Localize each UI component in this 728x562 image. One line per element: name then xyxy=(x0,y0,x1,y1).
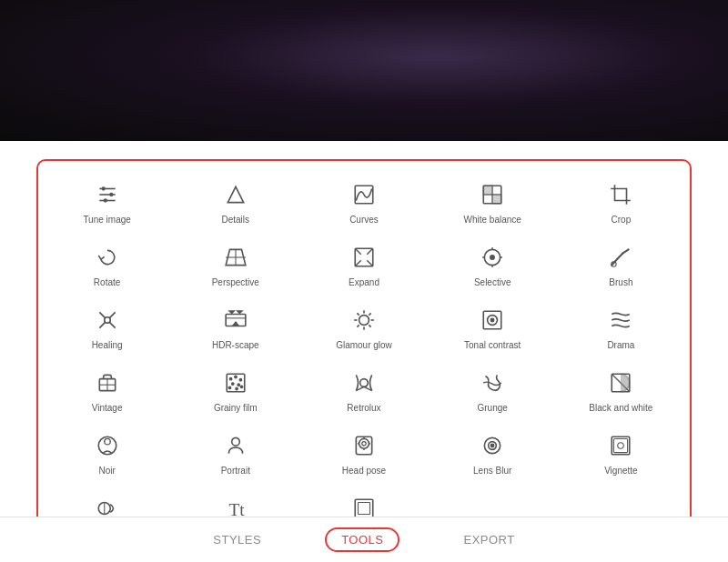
white-balance-icon xyxy=(477,179,508,210)
svg-point-56 xyxy=(359,438,369,448)
healing-icon xyxy=(92,305,123,336)
tools-panel: Tune imageDetailsCurvesWhite balanceCrop… xyxy=(0,141,728,517)
svg-rect-73 xyxy=(358,503,369,515)
drama-icon xyxy=(605,305,636,336)
selective-icon xyxy=(477,242,508,273)
svg-line-32 xyxy=(357,313,359,315)
svg-line-34 xyxy=(369,313,370,315)
svg-point-38 xyxy=(491,318,494,321)
svg-point-49 xyxy=(236,387,238,389)
tool-glamour-glow[interactable]: Glamour glow xyxy=(299,296,428,358)
svg-point-22 xyxy=(104,317,110,324)
tool-white-balance[interactable]: White balance xyxy=(429,170,557,233)
tool-selective[interactable]: Selective xyxy=(429,233,557,296)
image-preview xyxy=(0,0,728,141)
tool-details[interactable]: Details xyxy=(171,170,299,233)
tool-drama[interactable]: Drama xyxy=(557,296,685,358)
retrolux-icon xyxy=(349,367,379,398)
svg-point-50 xyxy=(240,386,242,387)
svg-marker-6 xyxy=(228,186,243,202)
svg-point-3 xyxy=(101,186,105,190)
tool-portrait[interactable]: Portrait xyxy=(171,421,299,484)
svg-rect-66 xyxy=(612,437,631,455)
tool-expand[interactable]: Expand xyxy=(299,233,428,296)
head-pose-icon xyxy=(349,430,379,461)
svg-point-27 xyxy=(359,316,369,326)
lens-blur-label: Lens Blur xyxy=(473,465,511,477)
tonal-contrast-icon xyxy=(477,305,508,336)
tool-healing[interactable]: Healing xyxy=(43,296,171,358)
tool-double-exposure[interactable]: Double Exposure xyxy=(43,484,171,517)
svg-marker-24 xyxy=(231,321,239,326)
details-label: Details xyxy=(222,214,250,226)
glamour-glow-icon xyxy=(349,305,379,336)
grainy-film-label: Grainy film xyxy=(214,402,258,414)
white-balance-label: White balance xyxy=(464,214,521,226)
svg-text:Tt: Tt xyxy=(228,500,245,517)
tool-head-pose[interactable]: Head pose xyxy=(299,421,428,484)
tool-retrolux[interactable]: Retrolux xyxy=(299,358,428,421)
tool-vintage[interactable]: Vintage xyxy=(43,358,171,421)
retrolux-label: Retrolux xyxy=(347,402,380,414)
svg-line-35 xyxy=(357,325,359,326)
grunge-label: Grunge xyxy=(478,402,508,414)
portrait-label: Portrait xyxy=(221,465,250,477)
perspective-label: Perspective xyxy=(212,276,259,288)
vignette-icon xyxy=(605,430,636,461)
app-wrapper: Tune imageDetailsCurvesWhite balanceCrop… xyxy=(0,0,728,562)
tool-hdr-scape[interactable]: HDR-scape xyxy=(171,296,299,358)
tab-export[interactable]: EXPORT xyxy=(454,528,523,551)
svg-point-16 xyxy=(490,256,494,259)
svg-point-5 xyxy=(103,198,106,202)
bottom-tabs: STYLES TOOLS EXPORT xyxy=(0,517,728,562)
drama-label: Drama xyxy=(607,339,634,351)
grunge-icon xyxy=(477,367,508,398)
svg-point-54 xyxy=(104,438,110,445)
tab-styles[interactable]: STYLES xyxy=(204,528,270,551)
brush-label: Brush xyxy=(609,276,632,288)
tool-crop[interactable]: Crop xyxy=(557,170,685,233)
selective-label: Selective xyxy=(474,276,511,288)
svg-point-58 xyxy=(362,442,366,446)
svg-point-47 xyxy=(238,384,239,386)
tool-tune-image[interactable]: Tune image xyxy=(43,170,171,233)
tool-frames[interactable]: Frames xyxy=(299,484,428,517)
svg-point-53 xyxy=(98,437,116,455)
tool-grunge[interactable]: Grunge xyxy=(429,358,557,421)
portrait-icon xyxy=(220,430,251,461)
rotate-label: Rotate xyxy=(94,276,120,288)
tool-vignette[interactable]: Vignette xyxy=(557,421,685,484)
svg-line-33 xyxy=(369,325,370,326)
vignette-label: Vignette xyxy=(604,465,638,477)
healing-label: Healing xyxy=(92,339,123,351)
tool-curves[interactable]: Curves xyxy=(299,170,428,233)
tool-brush[interactable]: Brush xyxy=(557,233,685,296)
tonal-contrast-label: Tonal contrast xyxy=(464,339,521,351)
crop-label: Crop xyxy=(612,214,632,226)
tool-text[interactable]: TtText xyxy=(171,484,299,517)
svg-point-43 xyxy=(229,378,231,380)
tool-black-and-white[interactable]: Black and white xyxy=(557,358,685,421)
vintage-label: Vintage xyxy=(92,402,123,414)
tool-grainy-film[interactable]: Grainy film xyxy=(171,358,299,421)
lens-blur-icon xyxy=(477,430,508,461)
tool-rotate[interactable]: Rotate xyxy=(43,233,171,296)
black-and-white-icon xyxy=(605,367,636,398)
tool-noir[interactable]: Noir xyxy=(43,421,171,484)
rotate-icon xyxy=(92,242,123,273)
svg-point-46 xyxy=(231,383,233,385)
vintage-icon xyxy=(92,367,123,398)
svg-point-68 xyxy=(618,443,624,449)
brush-icon xyxy=(605,242,636,273)
svg-point-48 xyxy=(228,386,230,388)
noir-label: Noir xyxy=(98,465,115,477)
tab-tools[interactable]: TOOLS xyxy=(325,527,399,552)
tool-tonal-contrast[interactable]: Tonal contrast xyxy=(429,296,557,358)
tool-perspective[interactable]: Perspective xyxy=(171,233,299,296)
perspective-icon xyxy=(220,242,251,273)
grainy-film-icon xyxy=(220,367,251,398)
black-and-white-label: Black and white xyxy=(589,402,652,414)
tool-lens-blur[interactable]: Lens Blur xyxy=(429,421,557,484)
svg-point-4 xyxy=(109,193,113,196)
details-icon xyxy=(220,179,251,210)
